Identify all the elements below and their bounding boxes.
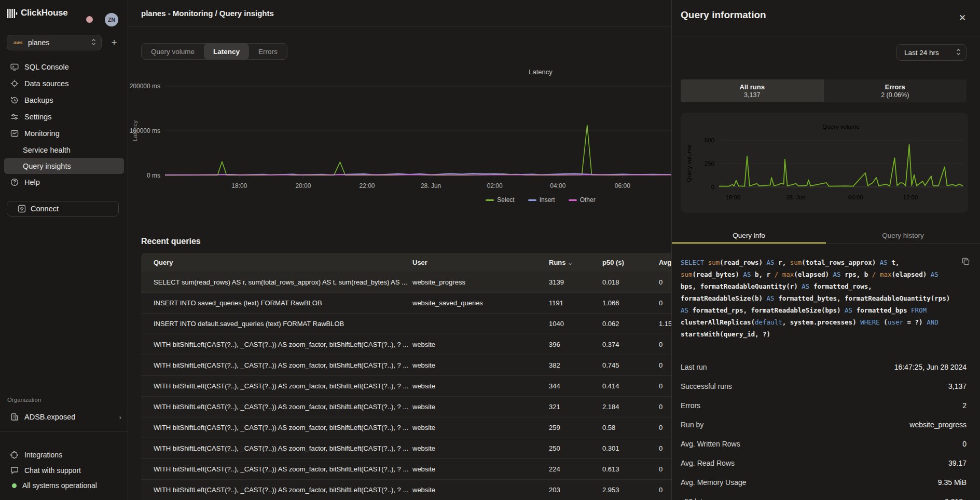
sidebar-item-monitoring[interactable]: Monitoring xyxy=(0,125,128,142)
status-ok-dot-icon xyxy=(12,483,17,488)
tab-latency[interactable]: Latency xyxy=(204,44,249,59)
sidebar-item-data-sources[interactable]: Data sources xyxy=(0,75,128,92)
cell-runs: 224 xyxy=(549,465,602,473)
column-header-p50: p50 (s) xyxy=(602,259,659,266)
other-series-swatch xyxy=(569,199,577,201)
summary-tab-errors[interactable]: Errors 2 (0.06%) xyxy=(824,79,967,102)
detail-label: Avg. Read Rows xyxy=(681,459,735,467)
sidebar-item-label: Service health xyxy=(23,146,71,154)
cell-p50: 2.953 xyxy=(602,486,659,494)
legend-label: Other xyxy=(580,196,596,204)
sidebar-item-help[interactable]: Help xyxy=(0,174,128,191)
cell-user: website xyxy=(412,382,549,390)
legend-item-insert[interactable]: Insert xyxy=(528,196,555,204)
status-label: All systems operational xyxy=(22,481,97,490)
svg-text:12:00: 12:00 xyxy=(903,194,918,200)
svg-text:0: 0 xyxy=(711,184,714,190)
query-details-list: Last run16:47:25, Jun 28 2024Successful … xyxy=(681,357,967,500)
cell-runs: 3139 xyxy=(549,278,602,286)
sidebar-item-label: Chat with support xyxy=(24,466,81,475)
detail-label: Last run xyxy=(681,363,707,371)
sidebar-item-integrations[interactable]: Integrations xyxy=(0,447,128,463)
avatar[interactable]: ZN xyxy=(105,13,118,26)
column-header-user: User xyxy=(412,259,549,266)
cell-user: website xyxy=(412,486,549,494)
sidebar-item-label: Integrations xyxy=(24,451,62,459)
sidebar-item-service-health[interactable]: Service health xyxy=(0,142,128,158)
chevron-updown-icon xyxy=(956,48,961,57)
recent-queries-heading: Recent queries xyxy=(141,237,201,246)
sidebar-item-settings[interactable]: Settings xyxy=(0,109,128,125)
tab-query-info[interactable]: Query info xyxy=(672,227,826,244)
chevron-right-icon: › xyxy=(119,413,121,421)
cell-user: website xyxy=(412,361,549,369)
cell-user: website xyxy=(412,444,549,452)
cell-p50: 1.066 xyxy=(602,299,659,307)
detail-value: 16:47:25, Jun 28 2024 xyxy=(894,363,967,371)
chevron-updown-icon xyxy=(91,38,96,47)
svg-text:Query volume: Query volume xyxy=(686,145,692,182)
organization-item[interactable]: ADSB.exposed › xyxy=(0,409,128,425)
cell-runs: 321 xyxy=(549,403,602,411)
legend-item-select[interactable]: Select xyxy=(486,196,514,204)
tab-errors[interactable]: Errors xyxy=(249,44,287,59)
cell-query: WITH bitShiftLeft(CAST(?..), _CAST(?..))… xyxy=(154,382,412,390)
sidebar-item-sql-console[interactable]: SQL Console xyxy=(0,59,128,75)
service-selector[interactable]: aws planes xyxy=(7,35,102,50)
connect-button[interactable]: Connect xyxy=(7,201,119,217)
cell-runs: 259 xyxy=(549,424,602,431)
svg-text:04:00: 04:00 xyxy=(550,182,565,190)
svg-text:500: 500 xyxy=(705,137,714,143)
connect-icon xyxy=(18,205,26,213)
summary-tab-value: 3,137 xyxy=(744,91,760,99)
sidebar-item-query-insights[interactable]: Query insights xyxy=(4,158,124,174)
panel-divider xyxy=(672,36,980,36)
detail-value: 39.17 xyxy=(948,459,967,467)
detail-label: Run by xyxy=(681,421,703,429)
clickhouse-logo-icon xyxy=(7,9,18,20)
svg-text:Latency: Latency xyxy=(529,68,553,76)
connect-label: Connect xyxy=(31,205,59,213)
sidebar-item-backups[interactable]: Backups xyxy=(0,92,128,109)
sidebar-item-label: Help xyxy=(24,178,40,186)
cell-user: website_saved_queries xyxy=(412,299,549,307)
sidebar-item-label: Data sources xyxy=(24,79,68,88)
sidebar-item-chat-support[interactable]: Chat with support xyxy=(0,463,128,478)
sidebar-item-system-status[interactable]: All systems operational xyxy=(0,478,128,493)
svg-text:02:00: 02:00 xyxy=(487,182,503,190)
cell-query: WITH bitShiftLeft(CAST(?..), _CAST(?..))… xyxy=(154,403,412,411)
close-icon[interactable]: ✕ xyxy=(956,11,969,24)
column-header-runs[interactable]: Runs⌄ xyxy=(549,259,602,266)
cell-p50: 0.062 xyxy=(602,320,659,328)
detail-label: Avg. Written Rows xyxy=(681,440,740,448)
notification-dot[interactable] xyxy=(86,16,93,23)
summary-tab-all-runs[interactable]: All runs 3,137 xyxy=(681,79,824,102)
time-range-select[interactable]: Last 24 hrs xyxy=(896,44,967,61)
logo-row: ClickHouse ZN xyxy=(0,5,128,22)
tab-query-volume[interactable]: Query volume xyxy=(142,44,204,59)
legend-item-other[interactable]: Other xyxy=(569,196,596,204)
active-tab-underline xyxy=(672,242,826,244)
detail-value: 9.35 MiB xyxy=(938,478,967,487)
copy-icon[interactable] xyxy=(962,258,970,267)
detail-row: Avg. Read Rows39.17 xyxy=(681,453,967,472)
help-icon xyxy=(10,178,19,186)
detail-label: Avg. Memory Usage xyxy=(681,478,747,487)
brand-name: ClickHouse xyxy=(21,8,68,18)
detail-label: p50 latency xyxy=(681,497,718,500)
tab-query-history[interactable]: Query history xyxy=(826,227,980,244)
cell-p50: 0.745 xyxy=(602,361,659,369)
query-volume-chart: 500250018:0028. Jun06:0012:00Query volum… xyxy=(681,113,968,213)
service-name: planes xyxy=(28,38,49,47)
svg-text:20:00: 20:00 xyxy=(295,182,311,190)
sort-chevron-icon: ⌄ xyxy=(568,260,573,266)
detail-row: Successful runs3,137 xyxy=(681,376,967,396)
add-service-button[interactable]: + xyxy=(107,36,121,49)
sliders-icon xyxy=(10,113,19,121)
detail-row: Avg. Written Rows0 xyxy=(681,434,967,453)
console-icon xyxy=(10,63,19,71)
detail-row: p50 latency0.018s xyxy=(681,492,967,500)
cell-runs: 1191 xyxy=(549,299,602,307)
sidebar-item-label: Settings xyxy=(24,113,51,121)
organization-name: ADSB.exposed xyxy=(24,413,75,421)
